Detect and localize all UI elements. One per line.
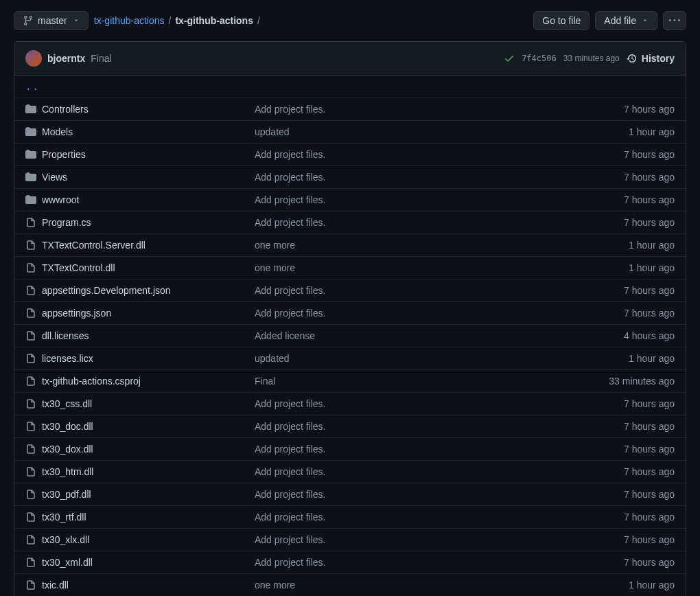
file-icon	[25, 580, 42, 591]
file-name-link[interactable]: tx30_xml.dll	[42, 557, 93, 568]
file-icon	[25, 285, 42, 296]
check-icon[interactable]	[504, 53, 515, 64]
commit-message-link[interactable]: Add project files.	[255, 149, 326, 160]
parent-directory-link[interactable]: ..	[25, 81, 40, 92]
commit-message-link[interactable]: Add project files.	[255, 308, 326, 319]
file-name-link[interactable]: tx30_htm.dll	[42, 466, 93, 477]
file-time: 7 hours ago	[624, 172, 675, 183]
commit-message[interactable]: Final	[91, 53, 111, 64]
breadcrumb-current: tx-github-actions	[175, 15, 253, 26]
add-file-button[interactable]: Add file	[595, 11, 657, 30]
file-list-box: bjoerntx Final 7f4c506 33 minutes ago Hi…	[14, 41, 686, 596]
history-link[interactable]: History	[627, 53, 675, 64]
table-row[interactable]: TXTextControl.Server.dll one more 1 hour…	[14, 234, 686, 257]
file-name-link[interactable]: tx30_pdf.dll	[42, 489, 91, 500]
file-name-link[interactable]: wwwroot	[42, 194, 79, 205]
table-row[interactable]: Views Add project files. 7 hours ago	[14, 166, 686, 189]
avatar[interactable]	[25, 50, 42, 67]
commit-message-link[interactable]: updated	[255, 353, 290, 364]
file-name-link[interactable]: tx30_xlx.dll	[42, 534, 89, 545]
file-time: 7 hours ago	[624, 557, 675, 568]
table-row[interactable]: tx30_dox.dll Add project files. 7 hours …	[14, 438, 686, 461]
file-name-link[interactable]: Properties	[42, 149, 86, 160]
commit-message-link[interactable]: Add project files.	[255, 466, 326, 477]
commit-message-link[interactable]: Add project files.	[255, 444, 326, 455]
table-row[interactable]: Properties Add project files. 7 hours ag…	[14, 144, 686, 166]
commit-message-link[interactable]: Add project files.	[255, 104, 326, 115]
file-name-link[interactable]: tx30_rtf.dll	[42, 512, 86, 523]
table-row[interactable]: Controllers Add project files. 7 hours a…	[14, 98, 686, 121]
file-name-link[interactable]: tx30_css.dll	[42, 398, 92, 409]
commit-message-link[interactable]: Add project files.	[255, 172, 326, 183]
commit-author[interactable]: bjoerntx	[47, 53, 85, 64]
commit-message-link[interactable]: Add project files.	[255, 398, 326, 409]
add-file-label: Add file	[604, 15, 636, 26]
file-name-link[interactable]: Views	[42, 172, 67, 183]
file-name-link[interactable]: dll.licenses	[42, 330, 89, 341]
file-time: 7 hours ago	[624, 308, 675, 319]
table-row[interactable]: appsettings.json Add project files. 7 ho…	[14, 302, 686, 325]
table-row[interactable]: tx30_doc.dll Add project files. 7 hours …	[14, 415, 686, 438]
table-row[interactable]: tx30_xml.dll Add project files. 7 hours …	[14, 551, 686, 574]
table-row[interactable]: appsettings.Development.json Add project…	[14, 279, 686, 302]
commit-message-link[interactable]: Final	[255, 376, 275, 387]
commit-message-link[interactable]: updated	[255, 126, 290, 137]
header-left: master tx-github-actions / tx-github-act…	[14, 11, 261, 30]
commit-time: 33 minutes ago	[563, 54, 620, 63]
commit-message-link[interactable]: Added license	[255, 330, 315, 341]
commit-message-link[interactable]: Add project files.	[255, 194, 326, 205]
file-name-link[interactable]: appsettings.Development.json	[42, 285, 171, 296]
branch-select-button[interactable]: master	[14, 11, 89, 30]
commit-sha[interactable]: 7f4c506	[522, 54, 557, 63]
commit-message-link[interactable]: Add project files.	[255, 285, 326, 296]
caret-down-icon	[642, 17, 649, 24]
table-row[interactable]: tx30_rtf.dll Add project files. 7 hours …	[14, 506, 686, 529]
commit-message-link[interactable]: one more	[255, 240, 295, 251]
file-icon	[25, 217, 42, 228]
file-icon	[25, 308, 42, 319]
commit-message-link[interactable]: Add project files.	[255, 489, 326, 500]
table-row[interactable]: tx30_pdf.dll Add project files. 7 hours …	[14, 483, 686, 506]
commit-message-link[interactable]: Add project files.	[255, 557, 326, 568]
commit-message-link[interactable]: Add project files.	[255, 534, 326, 545]
table-row[interactable]: tx30_css.dll Add project files. 7 hours …	[14, 393, 686, 415]
file-icon	[25, 466, 42, 477]
file-time: 7 hours ago	[624, 285, 675, 296]
file-name-link[interactable]: TXTextControl.dll	[42, 262, 115, 273]
file-name-link[interactable]: appsettings.json	[42, 308, 111, 319]
file-name-link[interactable]: Program.cs	[42, 217, 91, 228]
table-row[interactable]: txic.dll one more 1 hour ago	[14, 574, 686, 596]
file-name-link[interactable]: licenses.licx	[42, 353, 93, 364]
commit-message-link[interactable]: Add project files.	[255, 512, 326, 523]
commit-message-link[interactable]: Add project files.	[255, 217, 326, 228]
header-right: Go to file Add file	[533, 11, 686, 30]
caret-down-icon	[73, 17, 80, 24]
table-row[interactable]: Models updated 1 hour ago	[14, 121, 686, 144]
latest-commit-header: bjoerntx Final 7f4c506 33 minutes ago Hi…	[14, 42, 686, 76]
commit-message-link[interactable]: Add project files.	[255, 421, 326, 432]
table-row[interactable]: Program.cs Add project files. 7 hours ag…	[14, 211, 686, 234]
commit-message-link[interactable]: one more	[255, 580, 295, 591]
parent-directory-row[interactable]: ..	[14, 76, 686, 98]
file-name-link[interactable]: Controllers	[42, 104, 89, 115]
table-row[interactable]: tx-github-actions.csproj Final 33 minute…	[14, 370, 686, 393]
table-row[interactable]: tx30_htm.dll Add project files. 7 hours …	[14, 461, 686, 483]
file-icon	[25, 512, 42, 523]
go-to-file-button[interactable]: Go to file	[533, 11, 590, 30]
file-name-link[interactable]: tx30_doc.dll	[42, 421, 93, 432]
commit-message-link[interactable]: one more	[255, 262, 295, 273]
table-row[interactable]: licenses.licx updated 1 hour ago	[14, 347, 686, 370]
table-row[interactable]: wwwroot Add project files. 7 hours ago	[14, 189, 686, 211]
file-name-link[interactable]: Models	[42, 126, 73, 137]
table-row[interactable]: dll.licenses Added license 4 hours ago	[14, 325, 686, 347]
file-icon	[25, 534, 42, 545]
file-name-link[interactable]: txic.dll	[42, 580, 69, 591]
breadcrumb-repo-link[interactable]: tx-github-actions	[94, 15, 165, 26]
kebab-icon	[669, 15, 680, 26]
table-row[interactable]: TXTextControl.dll one more 1 hour ago	[14, 257, 686, 279]
file-name-link[interactable]: TXTextControl.Server.dll	[42, 240, 145, 251]
file-name-link[interactable]: tx30_dox.dll	[42, 444, 93, 455]
file-name-link[interactable]: tx-github-actions.csproj	[42, 376, 141, 387]
table-row[interactable]: tx30_xlx.dll Add project files. 7 hours …	[14, 529, 686, 551]
more-options-button[interactable]	[663, 11, 686, 30]
